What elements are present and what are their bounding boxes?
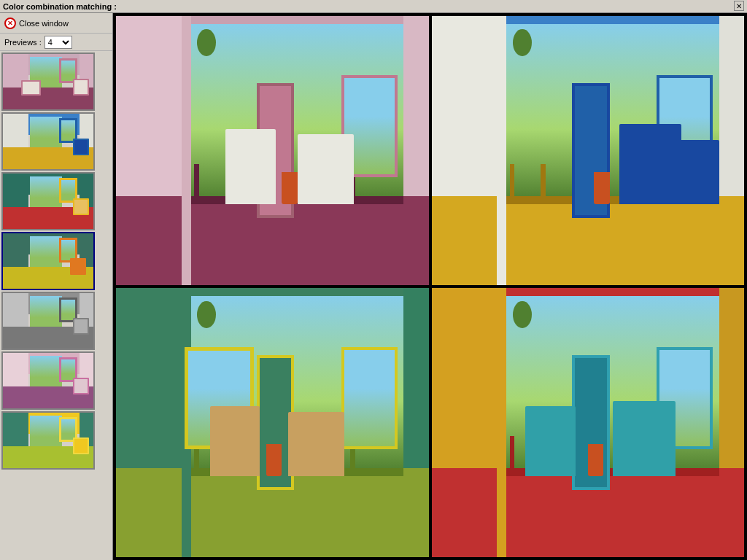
previews-select[interactable]: 1 2 4 6 8: [44, 36, 72, 49]
scene-blue: [432, 16, 745, 285]
thumb-scene-4: [3, 233, 93, 289]
main-container: ✕ Close window Previews : 1 2 4 6 8: [0, 13, 747, 560]
thumb-scene-2: [3, 114, 93, 169]
close-icon: ✕: [4, 18, 16, 29]
thumb-scene-5: [3, 293, 93, 349]
thumbnail-6[interactable]: [1, 351, 95, 410]
scene-pink: [116, 16, 429, 285]
thumbnail-2[interactable]: [1, 112, 95, 171]
window-close-button[interactable]: ✕: [734, 1, 744, 11]
title-bar: Color combination matching : ✕: [0, 0, 747, 13]
preview-cell-1[interactable]: [116, 16, 429, 285]
thumbnail-5[interactable]: [1, 292, 95, 350]
title-text: Color combination matching :: [3, 2, 117, 11]
previews-row: Previews : 1 2 4 6 8: [0, 34, 112, 51]
thumb-scene-1: [3, 54, 93, 109]
thumb-scene-3: [3, 174, 93, 229]
main-preview-area: [113, 13, 747, 560]
thumb-scene-6: [3, 353, 93, 408]
sidebar: ✕ Close window Previews : 1 2 4 6 8: [0, 13, 113, 560]
preview-cell-2[interactable]: [432, 16, 745, 285]
thumb-scene-7: [3, 413, 93, 468]
thumbnail-1[interactable]: [1, 52, 95, 111]
preview-cell-3[interactable]: [116, 288, 429, 557]
close-window-label: Close window: [19, 19, 69, 28]
thumbnail-4[interactable]: [1, 232, 95, 290]
previews-label: Previews :: [4, 38, 42, 47]
close-window-button[interactable]: ✕ Close window: [0, 13, 112, 34]
preview-cell-4[interactable]: [432, 288, 745, 557]
thumbnail-3[interactable]: [1, 172, 95, 230]
scene-red: [432, 288, 745, 557]
scene-green: [116, 288, 429, 557]
thumbnail-list: [0, 51, 112, 560]
thumbnail-7[interactable]: [1, 411, 95, 470]
